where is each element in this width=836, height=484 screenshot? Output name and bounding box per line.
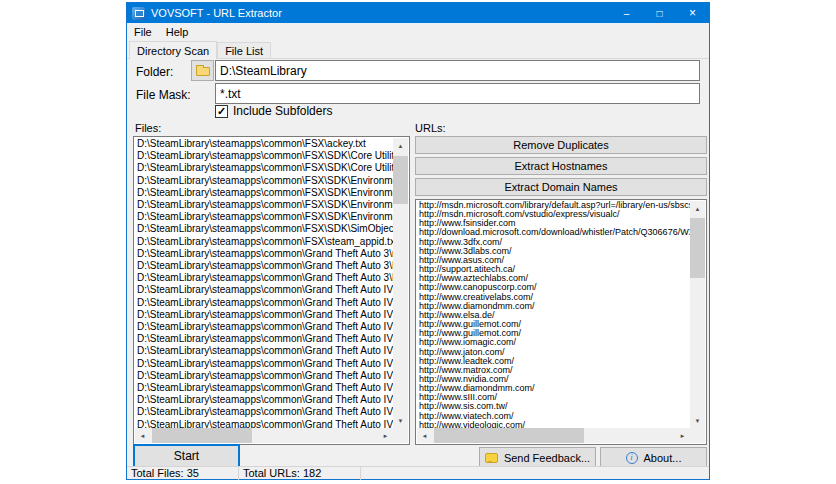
url-row[interactable]: http://www.diamondmm.com/: [417, 384, 690, 393]
urls-horizontal-scrollbar[interactable]: ◄ ►: [417, 428, 690, 443]
file-row[interactable]: D:\SteamLibrary\steamapps\common\Grand T…: [135, 406, 393, 418]
menu-file[interactable]: File: [127, 23, 159, 41]
scroll-down-icon[interactable]: ▼: [690, 413, 705, 428]
url-row[interactable]: http://www.3dfx.com/: [417, 238, 690, 247]
remove-duplicates-button[interactable]: Remove Duplicates: [415, 136, 707, 154]
window-title: VOVSOFT - URL Extractor: [151, 7, 282, 19]
file-row[interactable]: D:\SteamLibrary\steamapps\common\Grand T…: [135, 394, 393, 406]
file-row[interactable]: D:\SteamLibrary\steamapps\common\FSX\SDK…: [135, 162, 393, 174]
extract-domain-names-button[interactable]: Extract Domain Names: [415, 178, 707, 196]
file-row[interactable]: D:\SteamLibrary\steamapps\common\FSX\ack…: [135, 138, 393, 150]
file-row[interactable]: D:\SteamLibrary\steamapps\common\FSX\ste…: [135, 236, 393, 248]
file-row[interactable]: D:\SteamLibrary\steamapps\common\Grand T…: [135, 333, 393, 345]
urls-hscroll-thumb[interactable]: [434, 428, 584, 443]
extract-hostnames-button[interactable]: Extract Hostnames: [415, 157, 707, 175]
url-row[interactable]: http://msdn.microsoft.com/library/defaul…: [417, 201, 690, 210]
url-row[interactable]: http://www.sis.com.tw/: [417, 402, 690, 411]
scroll-up-icon[interactable]: ▲: [393, 138, 408, 153]
window-controls: – □ ×: [610, 3, 709, 23]
url-row[interactable]: http://support.atitech.ca/: [417, 265, 690, 274]
about-button[interactable]: i About...: [600, 447, 707, 468]
urls-listbox[interactable]: http://msdn.microsoft.com/library/defaul…: [415, 199, 707, 445]
minimize-button[interactable]: –: [610, 3, 643, 23]
url-row[interactable]: http://www.creativelabs.com/: [417, 293, 690, 302]
menu-help[interactable]: Help: [159, 23, 196, 41]
files-list-content: D:\SteamLibrary\steamapps\common\FSX\ack…: [135, 138, 393, 428]
file-row[interactable]: D:\SteamLibrary\steamapps\common\Grand T…: [135, 248, 393, 260]
folder-icon: [196, 67, 210, 76]
browse-folder-button[interactable]: [191, 60, 214, 81]
url-row[interactable]: http://www.viatech.com/: [417, 412, 690, 421]
url-row[interactable]: http://www.3dlabs.com/: [417, 247, 690, 256]
file-row[interactable]: D:\SteamLibrary\steamapps\common\Grand T…: [135, 345, 393, 357]
file-row[interactable]: D:\SteamLibrary\steamapps\common\FSX\SDK…: [135, 150, 393, 162]
scroll-left-icon[interactable]: ◄: [417, 428, 432, 443]
start-button[interactable]: Start: [133, 444, 240, 468]
file-row[interactable]: D:\SteamLibrary\steamapps\common\FSX\SDK…: [135, 211, 393, 223]
file-row[interactable]: D:\SteamLibrary\steamapps\common\Grand T…: [135, 260, 393, 272]
file-row[interactable]: D:\SteamLibrary\steamapps\common\Grand T…: [135, 358, 393, 370]
file-row[interactable]: D:\SteamLibrary\steamapps\common\Grand T…: [135, 419, 393, 428]
file-row[interactable]: D:\SteamLibrary\steamapps\common\FSX\SDK…: [135, 175, 393, 187]
app-icon: [132, 7, 145, 20]
include-subfolders-row[interactable]: ✓ Include Subfolders: [215, 104, 332, 118]
files-hscroll-thumb[interactable]: [152, 428, 252, 443]
scrollbar-corner: [690, 428, 705, 443]
url-row[interactable]: http://www.elsa.de/: [417, 311, 690, 320]
urls-vertical-scrollbar[interactable]: ▲ ▼: [690, 201, 705, 428]
urls-label: URLs:: [415, 122, 446, 134]
url-row[interactable]: http://www.videologic.com/: [417, 421, 690, 428]
close-button[interactable]: ×: [676, 3, 709, 23]
files-horizontal-scrollbar[interactable]: ◄ ►: [135, 428, 393, 443]
url-row[interactable]: http://www.aztechlabs.com/: [417, 274, 690, 283]
url-row[interactable]: http://www.leadtek.com/: [417, 357, 690, 366]
url-row[interactable]: http://www.guillemot.com/: [417, 329, 690, 338]
tab-directory-scan[interactable]: Directory Scan: [129, 41, 217, 59]
scroll-up-icon[interactable]: ▲: [690, 201, 705, 216]
file-row[interactable]: D:\SteamLibrary\steamapps\common\FSX\SDK…: [135, 187, 393, 199]
tab-file-list[interactable]: File List: [217, 42, 271, 58]
urls-list-content: http://msdn.microsoft.com/library/defaul…: [417, 201, 690, 428]
scroll-down-icon[interactable]: ▼: [393, 413, 408, 428]
files-vscroll-thumb[interactable]: [393, 156, 408, 204]
file-row[interactable]: D:\SteamLibrary\steamapps\common\FSX\SDK…: [135, 223, 393, 235]
about-label: About...: [644, 452, 682, 464]
urls-vscroll-thumb[interactable]: [690, 218, 705, 278]
file-row[interactable]: D:\SteamLibrary\steamapps\common\Grand T…: [135, 309, 393, 321]
maximize-button[interactable]: □: [643, 3, 676, 23]
files-vertical-scrollbar[interactable]: ▲ ▼: [393, 138, 408, 428]
file-row[interactable]: D:\SteamLibrary\steamapps\common\FSX\SDK…: [135, 199, 393, 211]
file-row[interactable]: D:\SteamLibrary\steamapps\common\Grand T…: [135, 370, 393, 382]
url-row[interactable]: http://www.matrox.com/: [417, 366, 690, 375]
file-row[interactable]: D:\SteamLibrary\steamapps\common\Grand T…: [135, 297, 393, 309]
include-subfolders-checkbox[interactable]: ✓: [215, 105, 228, 118]
file-row[interactable]: D:\SteamLibrary\steamapps\common\Grand T…: [135, 272, 393, 284]
url-row[interactable]: http://www.sIII.com/: [417, 393, 690, 402]
menu-bar: File Help: [127, 23, 709, 41]
scroll-left-icon[interactable]: ◄: [135, 428, 150, 443]
file-row[interactable]: D:\SteamLibrary\steamapps\common\Grand T…: [135, 284, 393, 296]
file-row[interactable]: D:\SteamLibrary\steamapps\common\Grand T…: [135, 321, 393, 333]
url-row[interactable]: http://msdn.microsoft.com/vstudio/expres…: [417, 210, 690, 219]
url-row[interactable]: http://download.microsoft.com/download/w…: [417, 228, 690, 237]
url-row[interactable]: http://www.jaton.com/: [417, 348, 690, 357]
file-row[interactable]: D:\SteamLibrary\steamapps\common\Grand T…: [135, 382, 393, 394]
include-subfolders-label: Include Subfolders: [233, 104, 332, 118]
scroll-right-icon[interactable]: ►: [675, 428, 690, 443]
url-row[interactable]: http://www.asus.com/: [417, 256, 690, 265]
file-mask-input[interactable]: [215, 83, 700, 104]
url-row[interactable]: http://www.fsinsider.com: [417, 219, 690, 228]
info-icon: i: [626, 452, 638, 464]
scrollbar-corner: [393, 428, 408, 443]
url-row[interactable]: http://www.canopuscorp.com/: [417, 283, 690, 292]
url-row[interactable]: http://www.iomagic.com/: [417, 338, 690, 347]
send-feedback-button[interactable]: Send Feedback...: [479, 447, 596, 468]
url-row[interactable]: http://www.nvidia.com/: [417, 375, 690, 384]
url-row[interactable]: http://www.guillemot.com/: [417, 320, 690, 329]
app-window: VOVSOFT - URL Extractor – □ × File Help …: [126, 2, 710, 480]
folder-input[interactable]: [215, 60, 700, 81]
url-row[interactable]: http://www.diamondmm.com/: [417, 302, 690, 311]
files-listbox[interactable]: D:\SteamLibrary\steamapps\common\FSX\ack…: [133, 136, 410, 445]
scroll-right-icon[interactable]: ►: [378, 428, 393, 443]
title-bar[interactable]: VOVSOFT - URL Extractor – □ ×: [127, 3, 709, 23]
